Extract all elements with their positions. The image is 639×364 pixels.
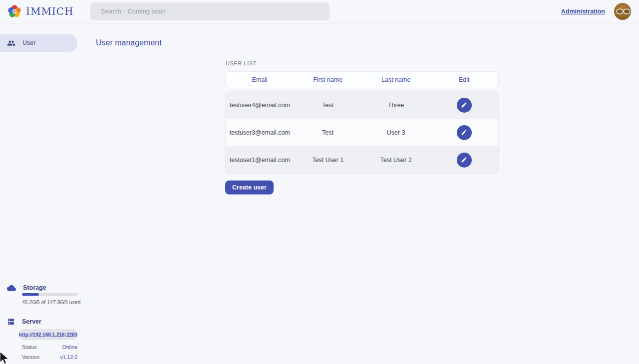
admin-sidebar: User Storage 45.2GB of 147.8GB used (0, 23, 85, 364)
cell-last-name: User 3 (362, 129, 430, 136)
sidebar-divider (7, 312, 77, 312)
users-icon (7, 39, 15, 47)
server-icon (7, 318, 15, 326)
cell-last-name: Test User 2 (362, 157, 430, 164)
column-header-first-name: First name (294, 76, 362, 83)
column-header-edit: Edit (430, 76, 499, 83)
edit-user-button[interactable] (457, 98, 472, 113)
column-header-last-name: Last name (362, 76, 430, 83)
status-label: Status (22, 344, 37, 350)
title-divider (85, 54, 639, 54)
user-table-body: testuser4@email.com Test Three (225, 91, 499, 174)
cell-first-name: Test (294, 129, 362, 136)
table-row: testuser1@email.com Test User 1 Test Use… (226, 146, 498, 174)
table-row: testuser4@email.com Test Three (226, 91, 498, 119)
server-status-row: Status Online (22, 344, 77, 350)
user-list-section: USER LIST Email First name Last name Edi… (225, 60, 499, 194)
app-title: IMMICH (26, 5, 74, 17)
pencil-icon (461, 157, 467, 163)
version-value: v1.12.0 (60, 354, 77, 360)
version-label: Version (22, 354, 39, 360)
user-list-label: USER LIST (226, 60, 499, 66)
cell-email: testuser4@email.com (226, 102, 294, 109)
immich-logo[interactable]: IMMICH (0, 4, 83, 19)
storage-progress-fill (22, 293, 39, 296)
search-input[interactable] (90, 2, 329, 20)
page-title: User management (96, 38, 639, 47)
column-header-email: Email (226, 76, 294, 83)
sidebar-item-user[interactable]: User (0, 34, 77, 52)
storage-progress-bar (22, 293, 77, 296)
table-row: testuser3@email.com Test User 3 (226, 119, 498, 146)
storage-usage-text: 45.2GB of 147.8GB used (22, 299, 85, 305)
storage-title: Storage (23, 284, 46, 291)
server-url-badge: http://192.168.1.216:2283 (20, 329, 76, 340)
table-header-row: Email First name Last name Edit (225, 71, 499, 88)
edit-user-button[interactable] (457, 153, 472, 168)
cell-email: testuser1@email.com (226, 157, 294, 164)
search-bar[interactable] (90, 2, 329, 20)
pencil-icon (461, 102, 467, 108)
administration-link[interactable]: Administration (561, 8, 605, 15)
edit-user-button[interactable] (457, 125, 472, 140)
top-header: IMMICH Administration (0, 0, 639, 23)
immich-flower-icon (7, 4, 22, 19)
cell-first-name: Test User 1 (294, 157, 362, 164)
cloud-icon (7, 284, 16, 291)
server-version-row: Version v1.12.0 (22, 354, 77, 360)
pencil-icon (461, 129, 467, 136)
cell-first-name: Test (294, 102, 362, 109)
server-title: Server (22, 318, 41, 325)
sidebar-status-panel: Storage 45.2GB of 147.8GB used Server ht… (0, 284, 85, 360)
status-value: Online (62, 344, 77, 350)
main-content: User management USER LIST Email First na… (85, 23, 639, 364)
user-avatar[interactable] (614, 3, 631, 20)
cell-email: testuser3@email.com (226, 129, 294, 136)
cell-last-name: Three (362, 102, 430, 109)
create-user-button[interactable]: Create user (225, 181, 274, 194)
sidebar-item-label: User (22, 39, 35, 46)
